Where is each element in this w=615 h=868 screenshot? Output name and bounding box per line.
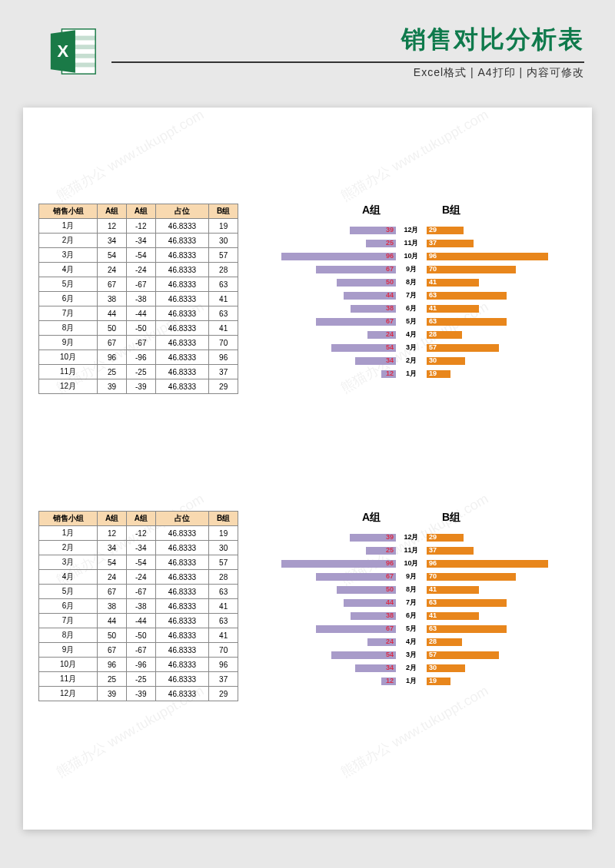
- bar-b: 57: [427, 651, 499, 659]
- bar-b-value: 41: [429, 611, 437, 619]
- table-cell: -38: [126, 599, 155, 614]
- bar-row: 2511月37: [277, 237, 577, 250]
- table-row: 3月54-5446.833357: [39, 248, 238, 263]
- bar-a-value: 54: [386, 343, 394, 351]
- bar-a: 38: [351, 305, 396, 313]
- table-row: 1月12-1246.833319: [39, 219, 238, 234]
- table-header: B组: [209, 512, 238, 526]
- bar-b-value: 28: [429, 638, 437, 645]
- table-row: 8月50-5046.833341: [39, 628, 238, 643]
- bar-row: 447月63: [277, 289, 577, 302]
- bar-month-label: 6月: [396, 303, 427, 313]
- table-cell: 46.8333: [155, 248, 209, 263]
- table-cell: 67: [98, 643, 127, 658]
- bar-month-label: 10月: [396, 251, 427, 261]
- bar-b: 41: [427, 305, 479, 313]
- table-cell: 63: [209, 585, 238, 599]
- table-row: 11月25-2546.833337: [39, 672, 238, 687]
- table-cell: 44: [98, 306, 127, 321]
- table-cell: -96: [126, 658, 155, 672]
- bar-row: 679月70: [277, 263, 577, 276]
- bar-row: 244月28: [277, 328, 577, 341]
- table-cell: -50: [126, 628, 155, 643]
- bar-b-value: 28: [429, 330, 437, 338]
- bar-b-value: 63: [429, 624, 437, 632]
- bar-a: 50: [337, 586, 397, 594]
- chart-series-b-title: B组: [427, 511, 460, 525]
- bar-month-label: 4月: [396, 330, 427, 340]
- table-cell: -39: [126, 379, 155, 394]
- table-cell: 8月: [39, 628, 98, 643]
- table-cell: -67: [126, 585, 155, 599]
- bar-month-label: 3月: [396, 650, 427, 660]
- bar-a: 34: [355, 357, 396, 365]
- bar-a: 67: [316, 318, 396, 326]
- table-row: 4月24-2446.833328: [39, 263, 238, 277]
- bar-a-value: 24: [386, 638, 394, 645]
- table-cell: 46.8333: [155, 350, 209, 365]
- table-cell: 19: [209, 219, 238, 234]
- bar-month-label: 8月: [396, 585, 427, 595]
- bar-b-value: 37: [429, 546, 437, 554]
- bar-b: 41: [427, 586, 479, 594]
- table-row: 2月34-3446.833330: [39, 234, 238, 248]
- table-cell: 25: [98, 672, 127, 687]
- bar-b: 70: [427, 573, 516, 581]
- table-cell: 11月: [39, 672, 98, 687]
- bar-a-value: 39: [386, 226, 394, 234]
- bar-b: 37: [427, 547, 474, 555]
- table-cell: 70: [209, 643, 238, 658]
- table-row: 5月67-6746.833363: [39, 585, 238, 599]
- bar-month-label: 2月: [396, 663, 427, 673]
- table-cell: 19: [209, 526, 238, 541]
- table-cell: -67: [126, 336, 155, 350]
- bar-a-value: 96: [386, 559, 394, 567]
- chart-series-a-title: A组: [277, 511, 396, 525]
- bar-b-value: 63: [429, 317, 437, 325]
- table-cell: 5月: [39, 585, 98, 599]
- table-cell: 30: [209, 234, 238, 248]
- bar-month-label: 12月: [396, 225, 427, 235]
- bar-b-value: 37: [429, 239, 437, 247]
- chart-series-a-title: A组: [277, 204, 396, 217]
- bar-b-value: 30: [429, 664, 437, 671]
- bar-b-value: 41: [429, 278, 437, 286]
- bar-row: 9610月96: [277, 250, 577, 263]
- bar-month-label: 1月: [396, 369, 427, 379]
- bar-b-value: 70: [429, 572, 437, 580]
- bar-b-value: 30: [429, 356, 437, 364]
- bar-row: 386月41: [277, 609, 577, 622]
- table-cell: 2月: [39, 541, 98, 555]
- bar-a-value: 24: [386, 330, 394, 338]
- bar-a: 24: [367, 638, 396, 646]
- bar-row: 675月63: [277, 622, 577, 635]
- table-cell: 67: [98, 585, 127, 599]
- table-cell: -67: [126, 643, 155, 658]
- table-cell: 46.8333: [155, 687, 209, 701]
- bar-month-label: 9月: [396, 264, 427, 274]
- table-cell: 46.8333: [155, 277, 209, 292]
- table-header: 占位: [155, 512, 209, 526]
- bar-a: 96: [281, 560, 396, 568]
- table-cell: 46.8333: [155, 292, 209, 306]
- bar-a-value: 44: [386, 598, 394, 606]
- svg-text:X: X: [58, 41, 69, 61]
- bar-a: 44: [344, 599, 396, 607]
- bar-a-value: 50: [386, 585, 394, 593]
- table-row: 10月96-9646.833396: [39, 350, 238, 365]
- bar-month-label: 10月: [396, 558, 427, 568]
- bar-b: 63: [427, 599, 507, 607]
- table-row: 6月38-3846.833341: [39, 599, 238, 614]
- bar-b-value: 41: [429, 585, 437, 593]
- bar-row: 342月30: [277, 661, 577, 674]
- table-cell: 9月: [39, 336, 98, 350]
- bar-a: 34: [355, 664, 396, 672]
- table-header: 销售小组: [39, 512, 98, 526]
- table-cell: 50: [98, 321, 127, 336]
- table-cell: 41: [209, 599, 238, 614]
- table-cell: 96: [98, 350, 127, 365]
- table-cell: -34: [126, 234, 155, 248]
- table-row: 10月96-9646.833396: [39, 658, 238, 672]
- bar-a: 67: [316, 573, 396, 581]
- table-row: 7月44-4446.833363: [39, 306, 238, 321]
